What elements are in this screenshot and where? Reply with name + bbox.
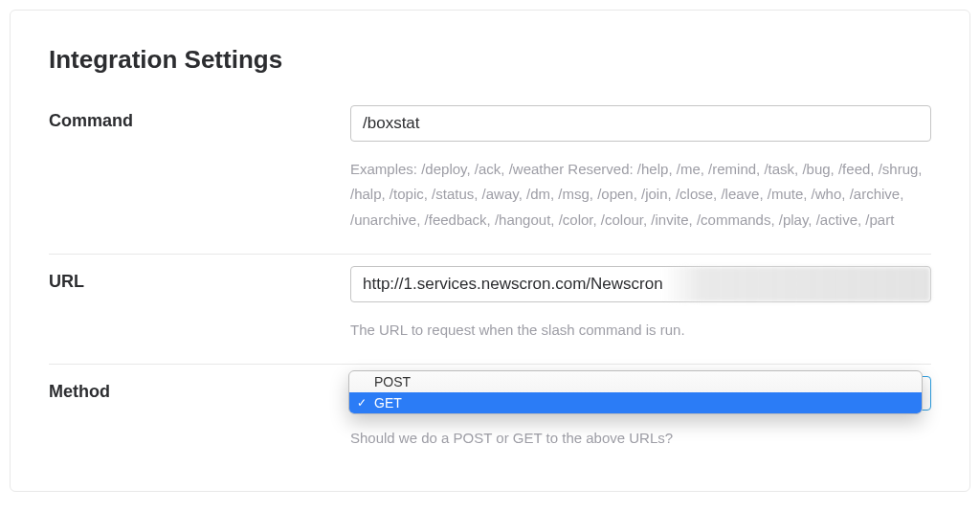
- url-input-wrapper: [350, 266, 931, 302]
- method-option-get[interactable]: ✓ GET: [349, 392, 922, 413]
- method-help-text: Should we do a POST or GET to the above …: [350, 426, 931, 451]
- method-label-col: Method: [49, 376, 350, 451]
- method-select-wrapper: POST ✓ GET: [350, 376, 931, 411]
- url-label: URL: [49, 272, 84, 291]
- command-field-col: Examples: /deploy, /ack, /weather Reserv…: [350, 105, 931, 233]
- method-option-post-label: POST: [374, 374, 411, 389]
- method-option-get-label: GET: [374, 395, 402, 411]
- page-title: Integration Settings: [49, 45, 931, 75]
- method-option-post[interactable]: POST: [349, 371, 922, 392]
- command-label-col: Command: [49, 105, 350, 233]
- url-row: URL The URL to request when the slash co…: [49, 255, 931, 365]
- integration-settings-panel: Integration Settings Command Examples: /…: [10, 10, 970, 492]
- url-input[interactable]: [350, 266, 931, 302]
- command-help-text: Examples: /deploy, /ack, /weather Reserv…: [350, 157, 931, 233]
- command-row: Command Examples: /deploy, /ack, /weathe…: [49, 94, 931, 255]
- command-input[interactable]: [350, 105, 931, 142]
- url-field-col: The URL to request when the slash comman…: [350, 266, 931, 343]
- method-dropdown: POST ✓ GET: [348, 370, 923, 414]
- method-label: Method: [49, 382, 110, 401]
- url-label-col: URL: [49, 266, 350, 343]
- url-help-text: The URL to request when the slash comman…: [350, 318, 931, 343]
- method-field-col: POST ✓ GET Should we do a POST or GET to…: [350, 376, 931, 451]
- method-row: Method POST ✓ GET Should we do a POST or…: [49, 365, 931, 472]
- checkmark-icon: ✓: [357, 392, 367, 413]
- command-label: Command: [49, 111, 133, 130]
